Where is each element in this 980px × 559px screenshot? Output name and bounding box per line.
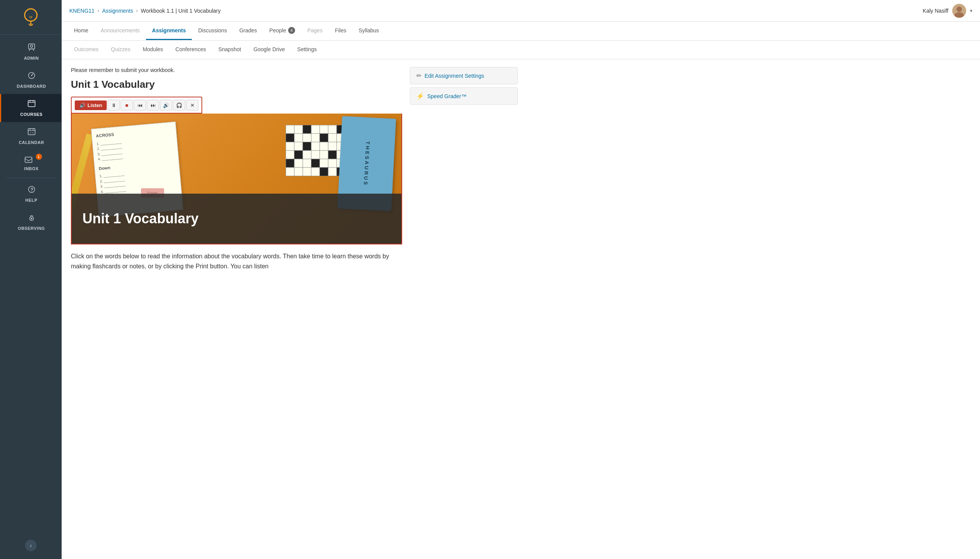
avatar xyxy=(952,4,966,18)
tab-discussions[interactable]: Discussions xyxy=(192,22,233,40)
breadcrumb-course[interactable]: KNENG11 xyxy=(69,8,94,14)
nav-tabs-row1: Home Announcements Assignments Discussio… xyxy=(62,22,980,41)
svg-rect-26 xyxy=(328,125,337,134)
tab-outcomes[interactable]: Outcomes xyxy=(68,41,105,59)
edit-assignment-button[interactable]: ✏ Edit Assignment Settings xyxy=(410,67,518,84)
tab-files[interactable]: Files xyxy=(329,22,352,40)
canvas-logo xyxy=(21,7,41,27)
rewind-button[interactable]: ⏮ xyxy=(134,100,146,110)
sidebar-item-inbox[interactable]: 1 INBOX xyxy=(0,150,62,176)
svg-rect-71 xyxy=(328,167,337,176)
listen-button[interactable]: 🔊 Listen xyxy=(75,100,107,110)
sidebar-item-observing[interactable]: OBSERVING xyxy=(0,208,62,236)
tab-quizzes[interactable]: Quizzes xyxy=(105,41,137,59)
tab-conferences[interactable]: Conferences xyxy=(169,41,212,59)
sidebar-divider xyxy=(6,178,55,178)
sidebar-collapse: ‹ xyxy=(0,540,62,551)
svg-rect-41 xyxy=(303,142,311,151)
svg-rect-66 xyxy=(286,167,294,176)
stop-button[interactable]: ■ xyxy=(121,100,133,110)
breadcrumb-assignments[interactable]: Assignments xyxy=(102,8,133,14)
sidebar: ADMIN DASHBOARD COURSES xyxy=(0,0,62,559)
sidebar-item-observing-label: OBSERVING xyxy=(18,226,45,231)
volume-button[interactable]: 🔊 xyxy=(160,100,172,110)
content-area: Please remember to submit your workbook.… xyxy=(62,59,980,559)
body-text: Click on the words below to read the inf… xyxy=(71,251,402,271)
calendar-icon xyxy=(27,127,36,138)
sidebar-item-inbox-label: INBOX xyxy=(24,166,39,171)
svg-rect-34 xyxy=(320,134,328,142)
svg-rect-70 xyxy=(320,167,328,176)
svg-rect-9 xyxy=(28,129,35,135)
svg-rect-51 xyxy=(311,151,320,159)
svg-rect-69 xyxy=(311,167,320,176)
svg-rect-31 xyxy=(294,134,303,142)
svg-rect-68 xyxy=(303,167,311,176)
breadcrumb-sep1: › xyxy=(97,8,99,13)
tab-google-drive[interactable]: Google Drive xyxy=(247,41,291,59)
tab-people[interactable]: People 4 xyxy=(263,22,301,40)
tab-grades[interactable]: Grades xyxy=(233,22,263,40)
svg-rect-23 xyxy=(303,125,311,134)
tab-pages[interactable]: Pages xyxy=(301,22,329,40)
listen-toolbar: 🔊 Listen ⏸ ■ ⏮ ⏭ 🔊 🎧 ✕ xyxy=(71,97,202,114)
svg-rect-44 xyxy=(328,142,337,151)
nav-tabs-row2: Outcomes Quizzes Modules Conferences Sna… xyxy=(62,41,980,59)
sidebar-item-calendar-label: CALENDAR xyxy=(19,140,44,145)
sidebar-item-dashboard-label: DASHBOARD xyxy=(17,84,46,89)
user-name: Kaly Nasiff xyxy=(923,8,948,14)
svg-rect-50 xyxy=(303,151,311,159)
svg-point-5 xyxy=(30,45,33,47)
sidebar-item-calendar[interactable]: CALENDAR xyxy=(0,122,62,150)
sidebar-item-help[interactable]: ? HELP xyxy=(0,180,62,208)
svg-rect-32 xyxy=(303,134,311,142)
pause-button[interactable]: ⏸ xyxy=(107,100,120,110)
svg-rect-59 xyxy=(303,159,311,167)
tab-syllabus[interactable]: Syllabus xyxy=(352,22,385,40)
svg-rect-57 xyxy=(286,159,294,167)
tab-settings[interactable]: Settings xyxy=(291,41,323,59)
assignment-title: Unit 1 Vocabulary xyxy=(71,79,402,90)
tab-home[interactable]: Home xyxy=(68,22,94,40)
tab-announcements[interactable]: Announcements xyxy=(94,22,146,40)
svg-rect-21 xyxy=(286,125,294,134)
svg-rect-24 xyxy=(311,125,320,134)
svg-point-11 xyxy=(32,132,33,133)
thesaurus-label: THESAURUS xyxy=(362,141,371,186)
svg-rect-4 xyxy=(29,44,35,49)
inbox-badge: 1 xyxy=(36,154,42,160)
svg-rect-43 xyxy=(320,142,328,151)
svg-rect-25 xyxy=(320,125,328,134)
tab-snapshot[interactable]: Snapshot xyxy=(212,41,247,59)
sidebar-item-admin[interactable]: ADMIN xyxy=(0,38,62,66)
svg-rect-42 xyxy=(311,142,320,151)
speed-grader-button[interactable]: ⚡ Speed Grader™ xyxy=(410,87,518,105)
svg-rect-22 xyxy=(294,125,303,134)
tab-modules[interactable]: Modules xyxy=(136,41,169,59)
close-toolbar-button[interactable]: ✕ xyxy=(186,100,198,110)
svg-rect-12 xyxy=(25,157,32,162)
breadcrumb: KNENG11 › Assignments › Workbook 1.1 | U… xyxy=(69,8,221,14)
svg-rect-30 xyxy=(286,134,294,142)
main-content: KNENG11 › Assignments › Workbook 1.1 | U… xyxy=(62,0,980,559)
svg-rect-8 xyxy=(28,100,35,107)
tab-assignments[interactable]: Assignments xyxy=(146,22,192,40)
svg-rect-52 xyxy=(320,151,328,159)
headphone-button[interactable]: 🎧 xyxy=(173,100,185,110)
svg-point-10 xyxy=(30,132,31,133)
sidebar-logo xyxy=(0,0,62,35)
collapse-button[interactable]: ‹ xyxy=(25,540,37,551)
topbar: KNENG11 › Assignments › Workbook 1.1 | U… xyxy=(62,0,980,22)
user-menu[interactable]: Kaly Nasiff ▾ xyxy=(923,4,972,18)
svg-rect-33 xyxy=(311,134,320,142)
dashboard-icon xyxy=(27,71,36,82)
sidebar-item-courses[interactable]: COURSES xyxy=(0,94,62,122)
sidebar-item-help-label: HELP xyxy=(25,198,37,203)
svg-rect-35 xyxy=(328,134,337,142)
sidebar-item-admin-label: ADMIN xyxy=(24,56,39,60)
content-sidebar: ✏ Edit Assignment Settings ⚡ Speed Grade… xyxy=(410,67,518,551)
forward-button[interactable]: ⏭ xyxy=(147,100,159,110)
svg-rect-60 xyxy=(311,159,320,167)
svg-point-7 xyxy=(31,75,32,76)
sidebar-item-dashboard[interactable]: DASHBOARD xyxy=(0,66,62,94)
